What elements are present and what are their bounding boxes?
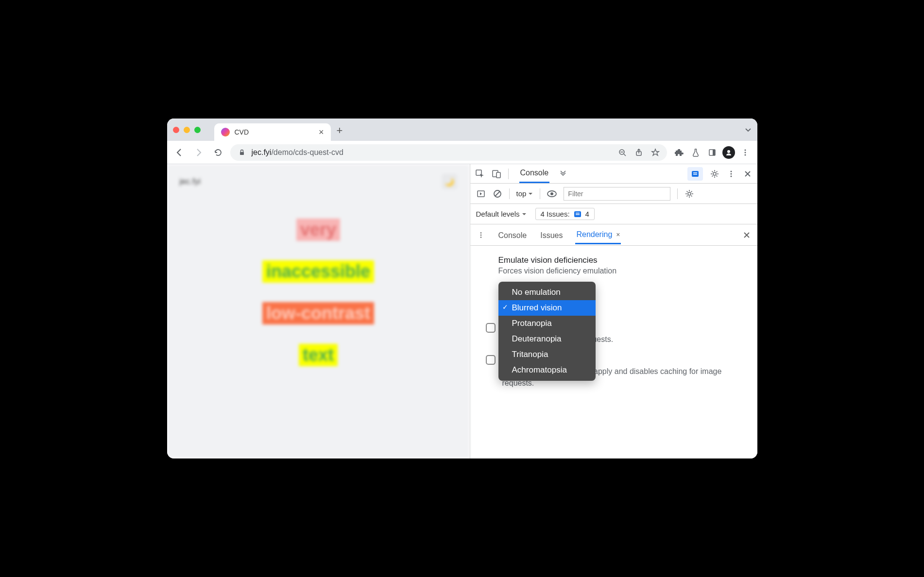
tab-title: CVD: [235, 128, 314, 136]
sample-word: very: [296, 219, 340, 241]
content-area: jec.fyi 🌙 very inaccessible low-contrast…: [167, 164, 757, 458]
svg-rect-15: [693, 172, 697, 173]
profile-button[interactable]: [721, 145, 736, 160]
checkbox[interactable]: [486, 355, 496, 365]
svg-point-10: [744, 154, 746, 155]
svg-point-19: [730, 173, 732, 174]
svg-line-23: [495, 191, 500, 196]
context-selector[interactable]: top: [516, 189, 533, 198]
svg-point-17: [713, 172, 716, 175]
star-icon[interactable]: [650, 148, 660, 157]
labs-button[interactable]: [688, 145, 703, 160]
svg-point-32: [480, 237, 481, 238]
tab-strip: CVD × +: [167, 119, 757, 141]
svg-point-18: [730, 170, 732, 172]
sidepanel-button[interactable]: [705, 145, 719, 160]
svg-point-26: [688, 192, 691, 195]
more-button[interactable]: [726, 169, 736, 179]
console-toolbar: top: [470, 184, 757, 204]
issues-counter[interactable]: 4 Issues: 4: [535, 208, 595, 220]
more-tabs-button[interactable]: [558, 169, 568, 179]
dropdown-option[interactable]: No emulation: [498, 285, 596, 300]
forward-button[interactable]: [191, 145, 206, 160]
favicon: [221, 128, 230, 136]
minimize-window-button[interactable]: [184, 127, 190, 133]
traffic-lights: [173, 127, 201, 133]
svg-rect-6: [713, 150, 715, 155]
device-toolbar-button[interactable]: [492, 169, 501, 179]
rendering-panel: Emulate vision deficiencies Forces visio…: [470, 246, 757, 389]
svg-rect-16: [693, 174, 697, 175]
inspect-element-button[interactable]: [475, 169, 485, 179]
section-subtitle: Forces vision deficiency emulation: [498, 267, 744, 275]
filter-input[interactable]: [564, 187, 670, 201]
svg-point-9: [744, 152, 746, 153]
devtools-header: Console: [470, 164, 757, 184]
dropdown-option[interactable]: Achromatopsia: [498, 362, 596, 378]
svg-point-25: [550, 192, 553, 195]
tabs-menu-button[interactable]: [745, 126, 752, 133]
extensions-button[interactable]: [672, 145, 686, 160]
svg-rect-29: [576, 214, 580, 215]
drawer-menu-button[interactable]: [476, 230, 486, 240]
sidebar-toggle-button[interactable]: [476, 189, 486, 199]
back-button[interactable]: [172, 145, 187, 160]
url-bar[interactable]: jec.fyi/demo/cds-quest-cvd: [230, 144, 667, 161]
svg-rect-28: [576, 213, 580, 214]
devtools-panel: Console top: [470, 164, 757, 458]
tab-console[interactable]: Console: [519, 164, 550, 183]
svg-rect-0: [240, 152, 244, 155]
page-viewport: jec.fyi 🌙 very inaccessible low-contrast…: [167, 164, 470, 458]
svg-point-31: [480, 234, 481, 236]
url-bar-actions: [617, 148, 660, 157]
svg-point-8: [744, 149, 746, 151]
site-name: jec.fyi: [180, 177, 201, 187]
clear-console-button[interactable]: [493, 189, 502, 199]
dropdown-option[interactable]: Tritanopia: [498, 347, 596, 362]
section-title: Emulate vision deficiencies: [498, 255, 744, 265]
svg-point-30: [480, 232, 481, 234]
browser-toolbar: jec.fyi/demo/cds-quest-cvd: [167, 141, 757, 164]
sample-word: low-contrast: [262, 302, 374, 324]
close-drawer-tab-icon[interactable]: ×: [616, 231, 620, 238]
browser-window: CVD × + jec.fyi/demo/cds-quest-cvd: [167, 119, 757, 458]
console-settings-button[interactable]: [684, 189, 694, 199]
new-tab-button[interactable]: +: [337, 125, 343, 136]
filters-row: Default levels 4 Issues: 4: [470, 204, 757, 224]
checkbox[interactable]: [486, 323, 496, 333]
close-drawer-button[interactable]: [742, 230, 752, 240]
browser-tab[interactable]: CVD ×: [214, 123, 331, 141]
svg-point-20: [730, 175, 732, 177]
dropdown-option[interactable]: Blurred vision: [498, 300, 596, 316]
drawer-tab-console[interactable]: Console: [497, 226, 528, 244]
dropdown-option[interactable]: Deuteranopia: [498, 331, 596, 347]
theme-toggle[interactable]: 🌙: [442, 174, 457, 189]
close-devtools-button[interactable]: [743, 169, 753, 179]
settings-button[interactable]: [710, 169, 719, 179]
close-tab-button[interactable]: ×: [319, 128, 324, 136]
svg-line-3: [624, 154, 626, 156]
sample-word: inaccessible: [262, 260, 374, 283]
reload-button[interactable]: [211, 145, 225, 160]
zoom-out-icon[interactable]: [617, 148, 627, 157]
url-text: jec.fyi/demo/cds-quest-cvd: [252, 148, 343, 157]
issues-badge[interactable]: [687, 167, 703, 181]
sample-word: text: [299, 344, 338, 366]
drawer-tabs: Console Issues Rendering ×: [470, 224, 757, 246]
dropdown-option[interactable]: Protanopia: [498, 316, 596, 331]
share-icon[interactable]: [634, 148, 644, 157]
levels-selector[interactable]: Default levels: [476, 210, 527, 218]
lock-icon: [237, 148, 247, 157]
live-expression-button[interactable]: [547, 189, 557, 199]
drawer-tab-issues[interactable]: Issues: [539, 226, 564, 244]
vision-deficiency-dropdown[interactable]: No emulation Blurred vision Protanopia D…: [498, 282, 596, 381]
maximize-window-button[interactable]: [194, 127, 201, 133]
close-window-button[interactable]: [173, 127, 179, 133]
drawer-tab-rendering[interactable]: Rendering ×: [575, 225, 621, 244]
svg-point-7: [727, 150, 730, 153]
svg-rect-13: [496, 172, 500, 178]
menu-button[interactable]: [738, 145, 753, 160]
